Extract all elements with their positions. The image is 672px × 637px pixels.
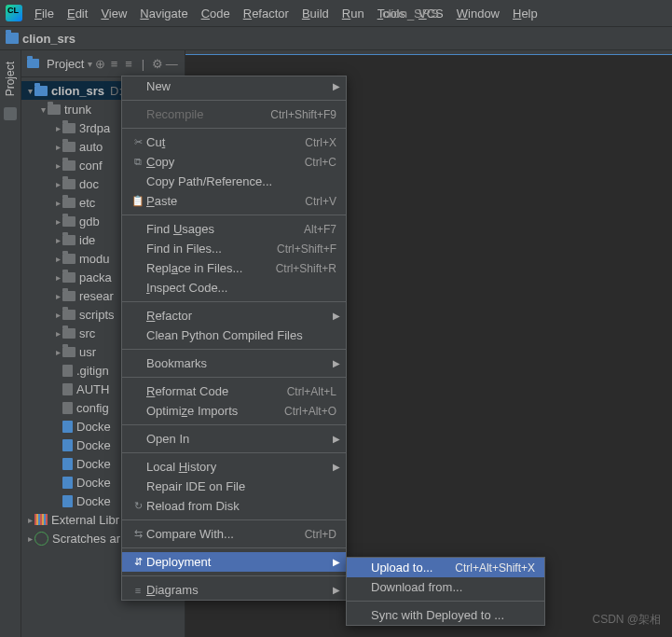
menu-item-repair-ide-on-file[interactable]: Repair IDE on File <box>122 477 346 496</box>
left-gutter: Project <box>0 50 21 637</box>
menu-item-replace-in-files[interactable]: Replace in Files...Ctrl+Shift+R <box>122 258 346 278</box>
project-folder-icon <box>6 33 19 44</box>
menu-item-icon: ↻ <box>130 500 146 512</box>
menu-separator <box>122 424 346 425</box>
submenu-arrow-icon: ▶ <box>333 81 340 91</box>
file-icon <box>62 458 73 470</box>
folder-icon <box>62 235 75 245</box>
menu-build[interactable]: Build <box>297 5 334 22</box>
folder-icon <box>62 123 75 133</box>
menu-separator <box>122 377 346 378</box>
nav-bar: clion_srs <box>0 27 672 50</box>
menu-separator <box>122 349 346 350</box>
menu-refactor[interactable]: Refactor <box>239 5 294 22</box>
menu-item-paste[interactable]: 📋PasteCtrl+V <box>122 191 346 211</box>
app-logo-icon <box>6 5 22 21</box>
file-icon <box>62 365 73 377</box>
breadcrumb[interactable]: clion_srs <box>22 32 75 46</box>
panel-title[interactable]: Project <box>47 57 84 71</box>
menu-item-deployment[interactable]: ⇵Deployment▶ <box>122 552 346 572</box>
settings-icon[interactable]: ⚙ <box>150 54 164 73</box>
menu-item-compare-with[interactable]: ⇆Compare With...Ctrl+D <box>122 524 346 544</box>
folder-icon <box>62 347 75 357</box>
file-icon <box>62 402 73 414</box>
menu-separator <box>122 301 346 302</box>
menu-item-inspect-code[interactable]: Inspect Code... <box>122 278 346 298</box>
menu-item-reformat-code[interactable]: Reformat CodeCtrl+Alt+L <box>122 381 346 401</box>
select-opened-file-icon[interactable]: ⊕ <box>92 54 106 73</box>
folder-icon <box>62 160 75 171</box>
menu-item-icon: ⇆ <box>130 528 146 540</box>
window-title: clion_SRS <box>382 7 439 21</box>
hide-icon[interactable]: — <box>165 54 179 73</box>
menu-item-icon: ⇵ <box>130 556 146 568</box>
submenu-arrow-icon: ▶ <box>333 358 340 368</box>
file-icon <box>62 439 73 451</box>
menu-window[interactable]: Window <box>452 5 504 22</box>
folder-icon <box>62 198 75 208</box>
menu-code[interactable]: Code <box>197 5 235 22</box>
menu-view[interactable]: View <box>96 5 131 22</box>
menu-file[interactable]: File <box>30 5 59 22</box>
menu-run[interactable]: Run <box>337 5 369 22</box>
menu-item-new[interactable]: New▶ <box>122 76 346 96</box>
folder-icon <box>62 142 75 152</box>
menu-item-refactor[interactable]: Refactor▶ <box>122 306 346 325</box>
menu-item-cut[interactable]: ✂CutCtrl+X <box>122 132 346 152</box>
watermark: CSDN @架相 <box>592 612 661 628</box>
submenu-arrow-icon: ▶ <box>333 585 340 595</box>
folder-icon <box>62 179 75 189</box>
menu-navigate[interactable]: Navigate <box>135 5 192 22</box>
libraries-icon <box>34 514 48 525</box>
folder-icon <box>34 86 48 96</box>
file-icon <box>62 477 73 489</box>
project-tool-tab[interactable]: Project <box>2 56 19 102</box>
menu-item-local-history[interactable]: Local History▶ <box>122 457 346 477</box>
folder-icon <box>62 254 75 264</box>
menu-item-optimize-imports[interactable]: Optimize ImportsCtrl+Alt+O <box>122 401 346 421</box>
file-icon <box>62 421 73 433</box>
folder-icon <box>48 104 61 115</box>
title-bar: FileEditViewNavigateCodeRefactorBuildRun… <box>0 0 672 27</box>
menu-item-find-in-files[interactable]: Find in Files...Ctrl+Shift+F <box>122 239 346 258</box>
menu-item-diagrams[interactable]: ≡Diagrams▶ <box>122 580 346 600</box>
editor-tab-strip <box>185 50 672 55</box>
submenu-arrow-icon: ▶ <box>333 462 340 472</box>
folder-icon <box>62 291 75 301</box>
menu-item-find-usages[interactable]: Find UsagesAlt+F7 <box>122 219 346 239</box>
menu-edit[interactable]: Edit <box>62 5 92 22</box>
menu-separator <box>122 575 346 576</box>
submenu-arrow-icon: ▶ <box>333 557 340 567</box>
menu-separator <box>347 601 544 602</box>
menu-item-icon: ≡ <box>130 585 146 596</box>
collapse-all-icon[interactable]: ≡ <box>121 54 135 73</box>
menu-help[interactable]: Help <box>508 5 542 22</box>
folder-icon <box>62 216 75 227</box>
menu-item-copy-path-reference[interactable]: Copy Path/Reference... <box>122 172 346 191</box>
menu-item-reload-from-disk[interactable]: ↻Reload from Disk <box>122 496 346 516</box>
submenu-arrow-icon: ▶ <box>333 434 340 444</box>
expand-all-icon[interactable]: ≡ <box>107 54 121 73</box>
submenu-item-upload-to[interactable]: Upload to...Ctrl+Alt+Shift+X <box>347 558 544 577</box>
submenu-item-download-from[interactable]: Download from... <box>347 577 544 597</box>
folder-icon <box>62 272 75 283</box>
menu-separator <box>122 452 346 453</box>
menu-item-icon: ✂ <box>130 136 146 148</box>
submenu-item-sync-with-deployed-to[interactable]: Sync with Deployed to ... <box>347 605 544 625</box>
folder-icon <box>62 328 75 339</box>
menu-item-open-in[interactable]: Open In▶ <box>122 429 346 449</box>
menu-item-bookmarks[interactable]: Bookmarks▶ <box>122 353 346 373</box>
folder-icon <box>27 59 39 68</box>
menu-item-icon: ⧉ <box>130 156 146 168</box>
file-icon <box>62 495 73 507</box>
menu-item-recompile: RecompileCtrl+Shift+F9 <box>122 104 346 124</box>
menu-item-clean-python-compiled-files[interactable]: Clean Python Compiled Files <box>122 325 346 345</box>
file-icon <box>62 383 73 395</box>
folder-icon <box>62 310 75 320</box>
menu-separator <box>122 519 346 520</box>
menu-item-copy[interactable]: ⧉CopyCtrl+C <box>122 152 346 172</box>
menu-separator <box>122 100 346 101</box>
menu-separator <box>122 547 346 548</box>
structure-tool-icon[interactable] <box>4 107 17 120</box>
divider: | <box>136 54 150 73</box>
